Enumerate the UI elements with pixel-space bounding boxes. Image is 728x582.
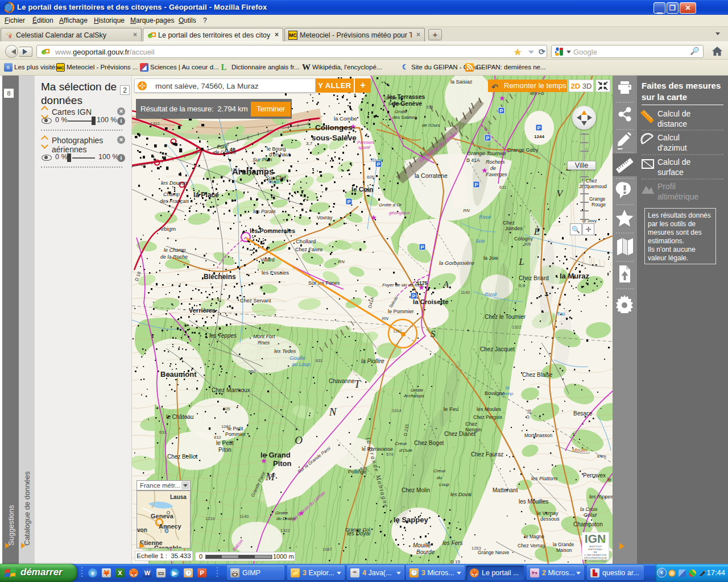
svg-text:Lausa: Lausa (170, 494, 187, 500)
svg-text:de l'Ours: de l'Ours (422, 123, 440, 128)
svg-text:le Magne: le Magne (524, 534, 544, 539)
svg-text:Chez: Chez (465, 421, 478, 427)
svg-text:Chez Marmoux: Chez Marmoux (212, 387, 250, 393)
svg-text:des Sablons: des Sablons (392, 115, 417, 120)
svg-text:905: 905 (223, 406, 230, 411)
svg-text:la Combe: la Combe (334, 115, 357, 122)
svg-text:P: P (474, 182, 478, 188)
svg-text:Blécheins: Blécheins (204, 273, 236, 281)
svg-text:Grange Goby: Grange Goby (507, 147, 539, 153)
svg-text:Golaz: Golaz (584, 512, 597, 518)
svg-text:T: T (354, 378, 361, 390)
svg-text:le Sappey: le Sappey (394, 516, 428, 524)
svg-text:1210: 1210 (205, 516, 215, 521)
svg-text:Rau: Rau (556, 311, 565, 317)
svg-text:Rivoir: Rivoir (267, 179, 280, 185)
svg-text:Chez Vernay: Chez Vernay (518, 543, 545, 548)
svg-text:0,9: 0,9 (519, 283, 526, 288)
svg-text:1244: 1244 (534, 134, 544, 139)
svg-text:les Douvas: les Douvas (161, 180, 188, 186)
svg-text:Champ: Champ (163, 192, 180, 197)
svg-text:S: S (431, 329, 436, 339)
svg-text:le Perravasse: le Perravasse (362, 446, 393, 452)
svg-text:Mortanasson: Mortanasson (524, 433, 552, 438)
svg-text:Champaton: Champaton (573, 521, 603, 527)
svg-text:P: P (499, 108, 503, 114)
svg-text:au Loup: au Loup (292, 361, 311, 367)
svg-text:les Essaies: les Essaies (262, 269, 289, 276)
svg-text:Chavanne: Chavanne (329, 378, 355, 384)
svg-text:le Vernay: le Vernay (537, 510, 559, 516)
svg-text:933: 933 (426, 105, 433, 110)
svg-text:Joindes: Joindes (505, 226, 523, 231)
svg-text:Chez Jacquet: Chez Jacquet (480, 346, 515, 352)
svg-text:Chez Servant: Chez Servant (240, 298, 271, 304)
svg-text:la Muraz: la Muraz (560, 272, 590, 280)
svg-text:Rochers: Rochers (486, 159, 505, 165)
svg-text:Piton: Piton (273, 459, 292, 468)
svg-text:les Teppes: les Teppes (209, 332, 237, 339)
svg-text:Grotte d Or: Grotte d Or (379, 202, 402, 207)
svg-text:Besace: Besace (573, 410, 593, 417)
svg-text:S: S (9, 34, 11, 39)
svg-text:712: 712 (259, 167, 267, 172)
svg-text:la Joie: la Joie (483, 255, 498, 261)
svg-text:Chez Fauraz: Chez Fauraz (471, 451, 503, 458)
svg-text:Creux: Creux (433, 468, 446, 473)
svg-text:Grange Gol: Grange Gol (345, 527, 370, 533)
svg-text:Moulin: Moulin (572, 447, 588, 453)
svg-text:Vovray: Vovray (317, 215, 333, 221)
svg-text:la Croix: la Croix (580, 506, 598, 512)
svg-text:Parcours: Parcours (357, 140, 374, 145)
svg-text:les Parais: les Parais (253, 209, 276, 214)
svg-text:1322: 1322 (512, 325, 522, 330)
svg-text:le Champ: le Champ (164, 247, 186, 253)
svg-text:Chez: Chez (586, 178, 597, 184)
svg-text:des Français: des Français (160, 198, 189, 204)
svg-text:Faverges: Faverges (486, 172, 507, 177)
svg-text:Gouille: Gouille (289, 355, 305, 361)
svg-text:631: 631 (316, 358, 323, 363)
svg-text:d'en haut: d'en haut (269, 152, 290, 157)
svg-text:3,7: 3,7 (306, 141, 313, 146)
svg-text:Loup: Loup (439, 482, 449, 487)
svg-text:St: St (505, 385, 510, 390)
svg-text:Piton: Piton (218, 447, 231, 453)
svg-text:Creux: Creux (395, 441, 407, 446)
svg-text:sportif: sportif (358, 145, 370, 150)
svg-text:les Mouilles: les Mouilles (519, 498, 548, 505)
svg-text:la Saisiaz: la Saisiaz (450, 79, 473, 85)
svg-text:RN: RN (463, 208, 470, 213)
svg-text:les Fers: les Fers (442, 540, 463, 546)
svg-text:Grange Neuve: Grange Neuve (478, 550, 510, 555)
svg-text:Chez le Toumier: Chez le Toumier (485, 314, 526, 320)
svg-text:660: 660 (249, 369, 256, 374)
svg-text:D 41A: D 41A (466, 157, 480, 163)
svg-text:RN: RN (338, 259, 345, 264)
svg-text:Sédion: Sédion (388, 101, 402, 106)
svg-text:1014: 1014 (230, 167, 240, 172)
svg-text:von: von (137, 527, 147, 533)
svg-text:Grange Tournier: Grange Tournier (467, 150, 507, 156)
svg-text:Bourde: Bourde (416, 549, 435, 555)
svg-text:de: de (490, 165, 496, 171)
svg-text:1322: 1322 (150, 121, 160, 126)
svg-text:A: A (442, 279, 449, 290)
svg-text:Archamps: Archamps (403, 393, 424, 398)
svg-text:Grotte du: Grotte du (384, 95, 404, 101)
svg-text:Cologny: Cologny (514, 236, 533, 242)
svg-text:Grenoble: Grenoble (154, 544, 181, 548)
svg-text:Maison: Maison (556, 547, 572, 553)
svg-text:Elev.: Elev. (597, 454, 607, 459)
svg-text:les Piattons: les Piattons (531, 476, 558, 481)
svg-text:605: 605 (367, 174, 374, 180)
svg-text:Mattenant: Mattenant (493, 487, 518, 493)
svg-text:Nengin: Nengin (465, 427, 482, 433)
svg-text:A 40: A 40 (225, 147, 235, 152)
svg-text:RN: RN (382, 316, 388, 321)
svg-text:905: 905 (524, 242, 531, 247)
svg-text:1322: 1322 (280, 528, 290, 533)
svg-text:810: 810 (214, 435, 221, 440)
svg-text:Arbigm: Arbigm (159, 226, 176, 232)
svg-text:les Pommeraies: les Pommeraies (250, 227, 295, 234)
